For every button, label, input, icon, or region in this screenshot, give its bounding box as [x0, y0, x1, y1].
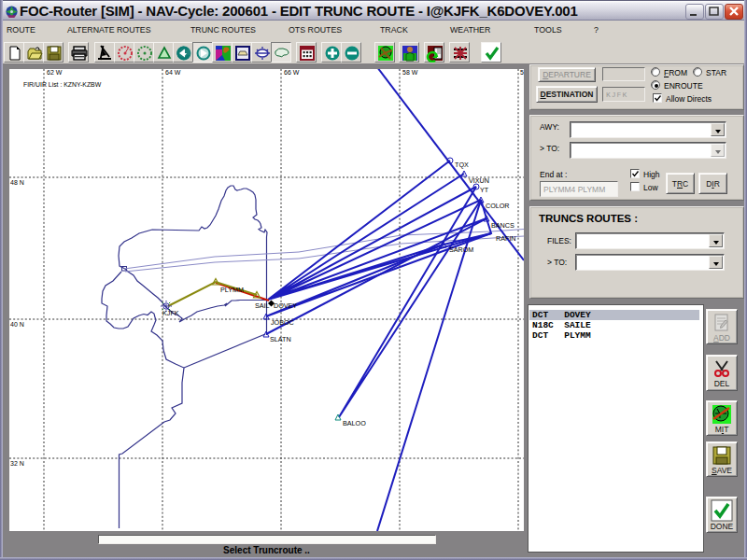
svg-text:SLATN: SLATN: [270, 335, 291, 343]
svg-text:FIR/UIR List : KZNY-KZBW: FIR/UIR List : KZNY-KZBW: [23, 81, 102, 88]
svg-text:PLYMM: PLYMM: [220, 286, 244, 294]
svg-text:SAIL: SAIL: [255, 301, 270, 310]
svg-text:SAROM: SAROM: [449, 245, 473, 254]
svg-text:COLOR: COLOR: [486, 202, 510, 210]
svg-text:62 W: 62 W: [47, 69, 63, 76]
svg-text:40 N: 40 N: [10, 321, 24, 328]
svg-text:VIXUN: VIXUN: [469, 176, 489, 185]
svg-text:KJFK: KJFK: [162, 309, 179, 317]
svg-text:58 W: 58 W: [402, 69, 418, 76]
svg-text:YT: YT: [480, 186, 489, 194]
svg-text:48 N: 48 N: [10, 179, 24, 186]
svg-text:BANCS: BANCS: [491, 221, 514, 230]
svg-text:32 N: 32 N: [10, 460, 24, 467]
svg-text:TQX: TQX: [455, 161, 469, 169]
svg-text:5: 5: [520, 69, 524, 76]
svg-text:BALOO: BALOO: [343, 419, 366, 427]
svg-text:JOBOC: JOBOC: [271, 318, 294, 327]
svg-text:66 W: 66 W: [284, 69, 300, 76]
svg-text:64 W: 64 W: [165, 69, 181, 76]
svg-text:DOVEY: DOVEY: [274, 301, 297, 310]
svg-text:RAFIN: RAFIN: [496, 234, 516, 243]
